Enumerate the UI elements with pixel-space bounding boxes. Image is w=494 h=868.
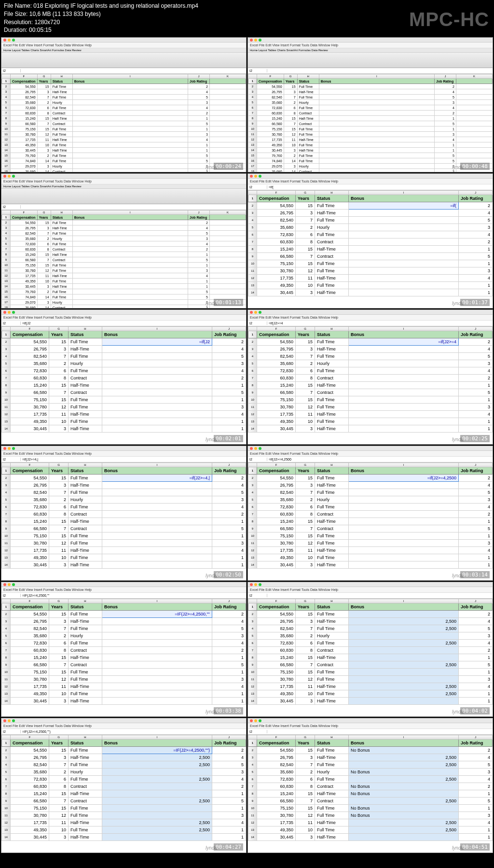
video-thumbnail[interactable]: Excel File Edit View Insert Format Tools… (1, 446, 247, 581)
formula-bar[interactable]: I2=IF(J2>=4,2500,"") (1, 729, 246, 735)
app-menubar[interactable]: Excel File Edit View Insert Format Tools… (248, 179, 493, 184)
app-watermark: MPC-HC (409, 9, 489, 30)
timestamp: 00:02:50 (214, 571, 243, 578)
video-thumbnail[interactable]: Excel File Edit View Insert Format Tools… (247, 37, 493, 172)
spreadsheet[interactable]: FGHIJ1CompensationYearsStatusBonusJob Ra… (248, 190, 493, 296)
formula-bar[interactable]: I2=if(J2>=4 (248, 321, 493, 326)
ribbon[interactable] (1, 189, 246, 204)
video-thumbnail[interactable]: Excel File Edit View Insert Format Tools… (1, 309, 247, 445)
app-menubar[interactable]: Excel File Edit View Insert Format Tools… (248, 315, 493, 321)
timestamp: 00:04:51 (460, 843, 490, 851)
formula-bar[interactable]: I2=IF(J2>=4,2500,"" (1, 593, 246, 599)
window-titlebar (248, 310, 493, 315)
video-thumbnail[interactable]: Excel File Edit View Insert Format Tools… (1, 582, 247, 717)
app-menubar[interactable]: Excel File Edit View Insert Format Tools… (1, 587, 246, 593)
formula-bar[interactable]: I2 (1, 68, 246, 74)
app-menubar[interactable]: Excel File Edit View Insert Format Tools… (248, 723, 493, 729)
app-menubar[interactable]: Excel File Edit View Insert Format Tools… (1, 179, 246, 184)
formula-bar[interactable]: I2=if( (248, 184, 493, 190)
video-thumbnail[interactable]: Excel File Edit View Insert Format Tools… (1, 718, 247, 853)
formula-bar[interactable]: I2 (248, 593, 493, 599)
spreadsheet[interactable]: FGHIJK1CompensationYearsStatusBonusJob R… (1, 210, 246, 308)
ribbon[interactable] (248, 53, 493, 68)
app-menubar[interactable]: Excel File Edit View Insert Format Tools… (248, 451, 493, 457)
ribbon-tabs[interactable]: Home Layout Tables Charts SmartArt Formu… (1, 48, 246, 53)
window-titlebar (248, 582, 493, 587)
timestamp: 00:03:38 (214, 707, 243, 714)
app-menubar[interactable]: Excel File Edit View Insert Format Tools… (1, 42, 246, 48)
ribbon[interactable] (1, 53, 246, 68)
timestamp: 00:00:48 (460, 163, 490, 170)
timestamp: 00:04:27 (214, 843, 243, 851)
window-titlebar (1, 718, 246, 723)
formula-bar[interactable]: I2 (1, 204, 246, 210)
video-thumbnail[interactable]: Excel File Edit View Insert Format Tools… (1, 173, 247, 308)
formula-bar[interactable]: I2=if(J2>=4,| (1, 457, 246, 462)
spreadsheet[interactable]: FGHIJ1CompensationYearsStatusBonusJob Ra… (248, 599, 493, 705)
spreadsheet[interactable]: FGHIJ1CompensationYearsStatusBonusJob Ra… (248, 326, 493, 433)
spreadsheet[interactable]: FGHIJ1CompensationYearsStatusBonusJob Ra… (248, 462, 493, 569)
formula-bar[interactable]: I2=if(J2 (1, 321, 246, 326)
video-thumbnail[interactable]: Excel File Edit View Insert Format Tools… (247, 446, 493, 581)
video-thumbnail[interactable]: Excel File Edit View Insert Format Tools… (247, 582, 493, 717)
window-titlebar (248, 38, 493, 42)
video-thumbnail[interactable]: Excel File Edit View Insert Format Tools… (247, 718, 493, 853)
timestamp: 00:00:24 (214, 163, 243, 170)
ribbon-tabs[interactable]: Home Layout Tables Charts SmartArt Formu… (248, 48, 493, 53)
app-menubar[interactable]: Excel File Edit View Insert Format Tools… (1, 451, 246, 457)
spreadsheet[interactable]: FGHIJ1CompensationYearsStatusBonusJob Ra… (248, 735, 493, 841)
app-menubar[interactable]: Excel File Edit View Insert Format Tools… (248, 42, 493, 48)
formula-bar[interactable]: I2=if(J2>=4,2500 (248, 457, 493, 462)
window-titlebar (1, 174, 246, 179)
formula-bar[interactable]: I2 (248, 68, 493, 74)
ribbon-tabs[interactable]: Home Layout Tables Charts SmartArt Formu… (1, 184, 246, 189)
timestamp: 00:01:13 (214, 299, 243, 306)
spreadsheet[interactable]: FGHIJ1CompensationYearsStatusBonusJob Ra… (1, 599, 246, 705)
spreadsheet[interactable]: FGHIJ1CompensationYearsStatusBonusJob Ra… (1, 326, 246, 433)
timestamp: 00:02:25 (460, 435, 490, 442)
timestamp: 00:01:37 (460, 299, 490, 306)
spreadsheet[interactable]: FGHIJ1CompensationYearsStatusBonusJob Ra… (1, 462, 246, 569)
video-thumbnail[interactable]: Excel File Edit View Insert Format Tools… (247, 309, 493, 445)
app-menubar[interactable]: Excel File Edit View Insert Format Tools… (1, 315, 246, 321)
video-thumbnail[interactable]: Excel File Edit View Insert Format Tools… (247, 173, 493, 308)
timestamp: 00:02:01 (214, 435, 243, 442)
app-menubar[interactable]: Excel File Edit View Insert Format Tools… (248, 587, 493, 593)
video-thumbnail[interactable]: Excel File Edit View Insert Format Tools… (1, 37, 247, 172)
window-titlebar (1, 38, 246, 42)
spreadsheet[interactable]: FGHIJK1CompensationYearsStatusBonusJob R… (248, 74, 493, 172)
window-titlebar (248, 718, 493, 723)
window-titlebar (1, 446, 246, 451)
window-titlebar (1, 310, 246, 315)
window-titlebar (1, 582, 246, 587)
thumbnail-grid: Excel File Edit View Insert Format Tools… (0, 36, 494, 854)
spreadsheet[interactable]: FGHIJ1CompensationYearsStatusBonusJob Ra… (1, 735, 246, 841)
timestamp: 00:04:02 (460, 707, 490, 714)
window-titlebar (248, 174, 493, 179)
app-menubar[interactable]: Excel File Edit View Insert Format Tools… (1, 723, 246, 729)
spreadsheet[interactable]: FGHIJK1CompensationYearsStatusBonusJob R… (1, 74, 246, 172)
formula-bar[interactable]: I2 (248, 729, 493, 735)
timestamp: 00:03:14 (460, 571, 490, 578)
window-titlebar (248, 446, 493, 451)
